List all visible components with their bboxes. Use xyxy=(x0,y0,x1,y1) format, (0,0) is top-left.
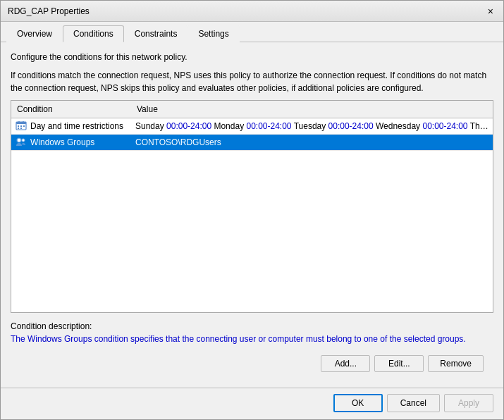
ok-button[interactable]: OK xyxy=(333,394,383,412)
condition-description-label: Condition description: xyxy=(11,321,493,331)
close-button[interactable]: × xyxy=(485,6,496,16)
conditions-table: Condition Value xyxy=(11,100,493,313)
tab-conditions[interactable]: Conditions xyxy=(63,25,124,42)
svg-rect-6 xyxy=(23,125,25,127)
table-row[interactable]: Windows Groups CONTOSO\RDGUsers xyxy=(11,135,493,151)
main-content: Configure the conditions for this networ… xyxy=(1,42,503,388)
cancel-button[interactable]: Cancel xyxy=(387,394,440,412)
header-condition: Condition xyxy=(11,103,131,116)
condition-cell-day-time: Day and time restrictions xyxy=(11,118,131,134)
svg-point-10 xyxy=(22,139,25,142)
table-header: Condition Value xyxy=(11,101,493,118)
window: RDG_CAP Properties × Overview Conditions… xyxy=(0,0,504,420)
remove-button[interactable]: Remove xyxy=(428,355,484,372)
edit-button[interactable]: Edit... xyxy=(374,355,424,372)
svg-rect-7 xyxy=(18,128,19,129)
svg-rect-8 xyxy=(20,128,22,129)
tab-overview[interactable]: Overview xyxy=(6,25,63,42)
value-text-windows-groups: CONTOSO\RDGUsers xyxy=(135,137,221,147)
tab-settings[interactable]: Settings xyxy=(188,25,239,42)
apply-button[interactable]: Apply xyxy=(444,394,493,412)
svg-rect-1 xyxy=(16,122,26,124)
table-row[interactable]: Day and time restrictions Sunday 00:00-2… xyxy=(11,118,493,135)
value-cell-day-time: Sunday 00:00-24:00 Monday 00:00-24:00 Tu… xyxy=(131,119,493,133)
condition-description-text: The Windows Groups condition specifies t… xyxy=(11,333,493,345)
tab-bar: Overview Conditions Constraints Settings xyxy=(1,22,503,42)
condition-label-day-time: Day and time restrictions xyxy=(30,121,123,131)
tab-constraints[interactable]: Constraints xyxy=(124,25,188,42)
clock-icon xyxy=(16,121,27,132)
svg-point-9 xyxy=(17,138,21,142)
add-button[interactable]: Add... xyxy=(321,355,370,372)
description-line2: If conditions match the connection reque… xyxy=(11,69,493,94)
action-buttons: Add... Edit... Remove xyxy=(11,351,493,379)
value-cell-windows-groups: CONTOSO\RDGUsers xyxy=(131,135,493,149)
svg-rect-5 xyxy=(20,125,22,127)
header-value: Value xyxy=(131,103,493,116)
group-icon xyxy=(16,137,27,148)
value-text-day-time: Sunday 00:00-24:00 Monday 00:00-24:00 Tu… xyxy=(135,121,488,131)
condition-label-windows-groups: Windows Groups xyxy=(30,137,94,147)
title-bar: RDG_CAP Properties × xyxy=(1,1,503,22)
svg-rect-4 xyxy=(18,125,19,127)
condition-cell-windows-groups: Windows Groups xyxy=(11,135,131,150)
footer-buttons: OK Cancel Apply xyxy=(1,388,503,419)
condition-description-section: Condition description: The Windows Group… xyxy=(11,319,493,345)
table-body: Day and time restrictions Sunday 00:00-2… xyxy=(11,118,493,312)
window-title: RDG_CAP Properties xyxy=(8,6,90,16)
description-line1: Configure the conditions for this networ… xyxy=(11,51,493,63)
